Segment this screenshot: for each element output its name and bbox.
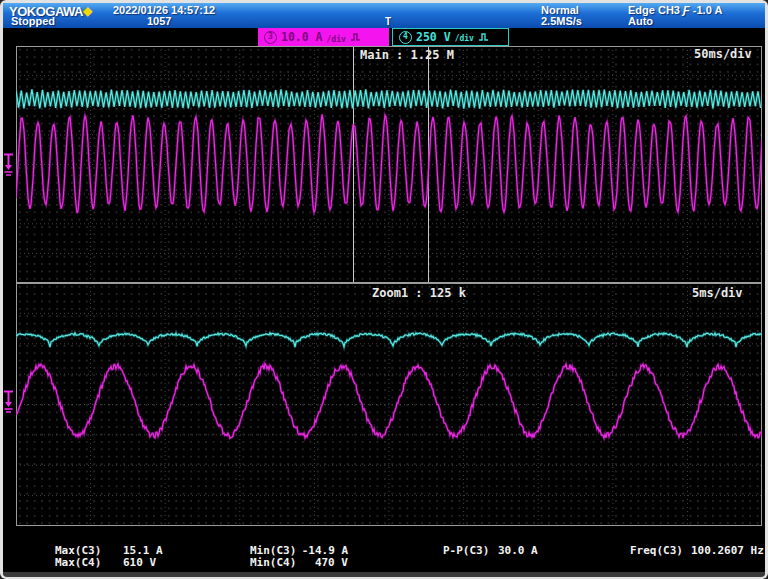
brand-diamond-icon: ◆ <box>83 4 92 18</box>
channel4-coupling-icon <box>478 32 489 42</box>
trigger-position-icon: T <box>385 16 391 27</box>
zoom-timebase-label: 5ms/div <box>692 286 743 300</box>
waveform-svg-main <box>16 46 762 283</box>
measurement-value: 470 V <box>301 556 348 569</box>
channel3-perdiv: /div <box>327 35 346 46</box>
acquisition-status: Stopped <box>11 15 55 27</box>
acquisition-count: 1057 <box>147 15 171 27</box>
measurement-value: 610 V <box>123 556 156 569</box>
channel4-perdiv: /div <box>455 34 474 45</box>
channel3-scale-badge[interactable]: 3 10.0 A/div <box>258 28 389 46</box>
trigger-slope-icon: Ƒ <box>683 4 690 16</box>
channel3-position-marker-zoom[interactable] <box>1 389 15 415</box>
measurement-label: P-P(C3) <box>443 544 489 557</box>
measurement-value: 100.2607 Hz <box>691 544 764 557</box>
channel4-scale-badge[interactable]: 4 250 V/div <box>392 28 509 46</box>
channel3-scale: 10.0 A <box>281 30 323 44</box>
header-bar: YOKOGAWA ◆ 2022/01/26 14:57:12 Stopped 1… <box>3 3 765 28</box>
channel4-number-icon: 4 <box>399 31 412 44</box>
measurement-label: Max(C4) <box>55 556 101 569</box>
measurement-label: Freq(C3) <box>630 544 683 557</box>
trigger-mode: Auto <box>628 15 653 27</box>
bottom-bezel-bar <box>3 572 765 577</box>
sample-rate: 2.5MS/s <box>541 15 582 27</box>
measurement-label: Min(C4) <box>250 556 296 569</box>
trace-halo-zoom-1 <box>16 364 762 439</box>
measurement-value: 30.0 A <box>498 544 538 557</box>
zoom-waveform-panel <box>16 283 762 526</box>
channel4-scale: 250 V <box>416 30 451 44</box>
waveform-svg-zoom <box>16 283 762 526</box>
main-record-label: Main : 1.25 M <box>360 48 454 62</box>
channel3-position-marker-main[interactable] <box>1 152 15 178</box>
channel3-coupling-icon <box>350 32 361 42</box>
oscilloscope-screen: YOKOGAWA ◆ 2022/01/26 14:57:12 Stopped 1… <box>0 0 768 579</box>
trigger-level: -1.0 A <box>693 4 723 16</box>
main-waveform-panel <box>16 46 762 283</box>
zoom-record-label: Zoom1 : 125 k <box>372 286 466 300</box>
main-timebase-label: 50ms/div <box>694 47 752 61</box>
channel3-number-icon: 3 <box>264 31 277 44</box>
